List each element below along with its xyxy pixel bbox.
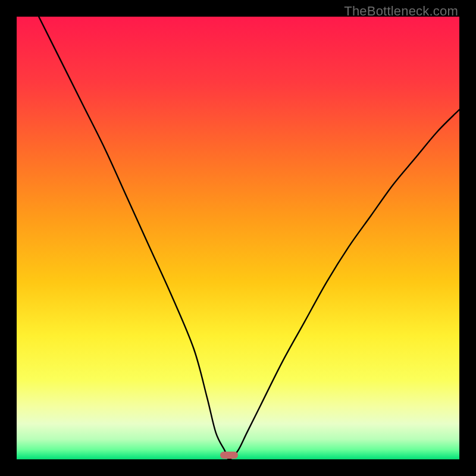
chart-frame bbox=[17, 17, 459, 459]
watermark-text: TheBottleneck.com bbox=[344, 4, 458, 19]
bottleneck-curve bbox=[17, 17, 459, 459]
plot-area bbox=[17, 17, 459, 459]
optimal-marker bbox=[220, 452, 238, 459]
